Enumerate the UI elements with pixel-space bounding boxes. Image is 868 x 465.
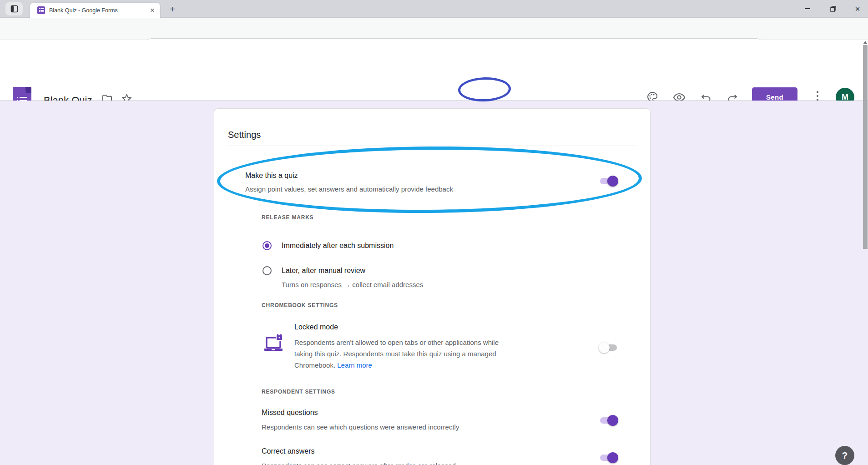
new-tab-button[interactable]: +	[167, 4, 178, 15]
learn-more-link[interactable]: Learn more	[337, 361, 372, 369]
tab-title: Blank Quiz - Google Forms	[49, 7, 147, 14]
settings-heading: Settings	[228, 130, 261, 140]
browser-tab-strip: Blank Quiz - Google Forms × + ×	[0, 0, 868, 18]
locked-mode-icon	[263, 334, 285, 356]
tab-workspaces-button[interactable]	[5, 2, 23, 15]
tab-close-icon[interactable]: ×	[150, 6, 155, 14]
locked-mode-toggle[interactable]	[600, 344, 617, 351]
quiz-toggle[interactable]	[600, 178, 617, 184]
correct-answers-subtitle: Respondents can see correct answers afte…	[262, 462, 456, 465]
correct-answers-toggle[interactable]	[600, 455, 617, 461]
missed-questions-title: Missed questions	[262, 409, 318, 417]
missed-questions-toggle[interactable]	[600, 417, 617, 424]
window-close-button[interactable]: ×	[847, 0, 868, 17]
minimize-icon	[805, 8, 810, 9]
radio-later-sublabel: Turns on responses → collect email addre…	[282, 281, 423, 288]
correct-answers-title: Correct answers	[262, 447, 314, 455]
scroll-up-arrow-icon[interactable]	[863, 41, 867, 44]
radio-immediately-label[interactable]: Immediately after each submission	[282, 242, 394, 250]
release-marks-label: RELEASE MARKS	[262, 214, 313, 221]
settings-card: Settings Make this a quiz Assign point v…	[214, 108, 651, 465]
radio-immediately[interactable]	[262, 241, 272, 250]
radio-later-label[interactable]: Later, after manual review	[282, 267, 365, 275]
chromebook-settings-label: CHROMEBOOK SETTINGS	[262, 302, 338, 308]
quiz-toggle-title: Make this a quiz	[245, 172, 298, 180]
locked-mode-title: Locked mode	[294, 323, 338, 331]
missed-questions-subtitle: Respondents can see which questions were…	[262, 423, 459, 431]
forms-header: Blank Quiz	[0, 40, 868, 101]
help-button[interactable]: ?	[835, 446, 854, 465]
close-icon: ×	[855, 5, 860, 13]
window-restore-button[interactable]	[823, 0, 843, 17]
scrollbar-thumb[interactable]	[863, 45, 868, 249]
settings-page: Settings Make this a quiz Assign point v…	[0, 101, 868, 465]
restore-icon	[830, 6, 836, 12]
respondent-settings-label: RESPONDENT SETTINGS	[262, 389, 335, 395]
browser-tab[interactable]: Blank Quiz - Google Forms ×	[30, 3, 160, 18]
locked-mode-description: Respondents aren't allowed to open tabs …	[294, 337, 509, 371]
workspaces-icon	[10, 5, 18, 13]
page-scrollbar[interactable]	[863, 40, 868, 465]
radio-later[interactable]	[262, 266, 272, 275]
quiz-toggle-subtitle: Assign point values, set answers and aut…	[245, 185, 453, 193]
window-minimize-button[interactable]	[797, 0, 818, 17]
browser-toolbar: ← → https://docs.google.com/forms/d/1OKC…	[0, 18, 868, 40]
divider	[228, 146, 636, 146]
google-forms-favicon	[37, 6, 45, 14]
